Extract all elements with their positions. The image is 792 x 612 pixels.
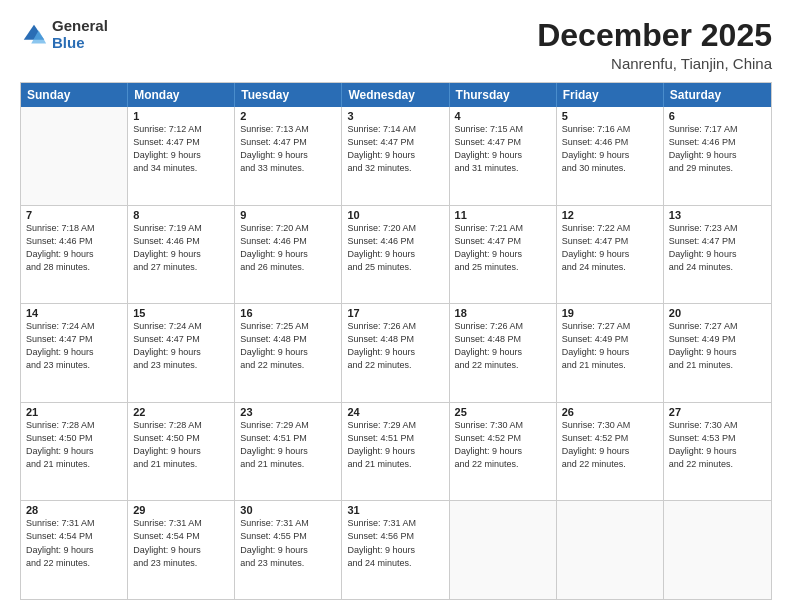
day-number: 12 bbox=[562, 209, 658, 221]
logo: General Blue bbox=[20, 18, 108, 51]
day-number: 31 bbox=[347, 504, 443, 516]
cell-line: Sunset: 4:56 PM bbox=[347, 530, 443, 543]
cell-line: and 26 minutes. bbox=[240, 261, 336, 274]
day-cell-8: 8Sunrise: 7:19 AMSunset: 4:46 PMDaylight… bbox=[128, 206, 235, 304]
cell-line: and 23 minutes. bbox=[240, 557, 336, 570]
day-number: 29 bbox=[133, 504, 229, 516]
cell-line: Daylight: 9 hours bbox=[240, 149, 336, 162]
calendar-row-3: 21Sunrise: 7:28 AMSunset: 4:50 PMDayligh… bbox=[21, 402, 771, 501]
cell-line: and 22 minutes. bbox=[455, 458, 551, 471]
day-number: 4 bbox=[455, 110, 551, 122]
day-cell-17: 17Sunrise: 7:26 AMSunset: 4:48 PMDayligh… bbox=[342, 304, 449, 402]
cell-line: Daylight: 9 hours bbox=[347, 149, 443, 162]
day-cell-26: 26Sunrise: 7:30 AMSunset: 4:52 PMDayligh… bbox=[557, 403, 664, 501]
cell-line: Sunset: 4:50 PM bbox=[133, 432, 229, 445]
calendar: SundayMondayTuesdayWednesdayThursdayFrid… bbox=[20, 82, 772, 600]
day-cell-31: 31Sunrise: 7:31 AMSunset: 4:56 PMDayligh… bbox=[342, 501, 449, 599]
page: General Blue December 2025 Nanrenfu, Tia… bbox=[0, 0, 792, 612]
day-number: 15 bbox=[133, 307, 229, 319]
cell-line: Daylight: 9 hours bbox=[562, 346, 658, 359]
cell-line: Sunset: 4:47 PM bbox=[133, 333, 229, 346]
cell-line: Sunrise: 7:31 AM bbox=[347, 517, 443, 530]
cell-line: Sunset: 4:50 PM bbox=[26, 432, 122, 445]
cell-line: Daylight: 9 hours bbox=[26, 248, 122, 261]
cell-line: Sunrise: 7:27 AM bbox=[669, 320, 766, 333]
header-day-saturday: Saturday bbox=[664, 83, 771, 107]
day-number: 1 bbox=[133, 110, 229, 122]
cell-line: Sunrise: 7:19 AM bbox=[133, 222, 229, 235]
cell-line: Sunset: 4:47 PM bbox=[669, 235, 766, 248]
cell-line: and 33 minutes. bbox=[240, 162, 336, 175]
day-number: 8 bbox=[133, 209, 229, 221]
day-number: 28 bbox=[26, 504, 122, 516]
cell-line: Daylight: 9 hours bbox=[455, 445, 551, 458]
cell-line: Sunrise: 7:16 AM bbox=[562, 123, 658, 136]
logo-blue: Blue bbox=[52, 35, 108, 52]
day-cell-5: 5Sunrise: 7:16 AMSunset: 4:46 PMDaylight… bbox=[557, 107, 664, 205]
cell-line: and 21 minutes. bbox=[669, 359, 766, 372]
cell-line: and 21 minutes. bbox=[26, 458, 122, 471]
day-number: 14 bbox=[26, 307, 122, 319]
cell-line: Sunrise: 7:17 AM bbox=[669, 123, 766, 136]
day-number: 21 bbox=[26, 406, 122, 418]
cell-line: Sunrise: 7:14 AM bbox=[347, 123, 443, 136]
cell-line: Daylight: 9 hours bbox=[240, 248, 336, 261]
day-cell-empty-4-5 bbox=[557, 501, 664, 599]
day-cell-1: 1Sunrise: 7:12 AMSunset: 4:47 PMDaylight… bbox=[128, 107, 235, 205]
cell-line: Sunset: 4:51 PM bbox=[240, 432, 336, 445]
day-cell-25: 25Sunrise: 7:30 AMSunset: 4:52 PMDayligh… bbox=[450, 403, 557, 501]
cell-line: Sunset: 4:47 PM bbox=[26, 333, 122, 346]
cell-line: Sunrise: 7:31 AM bbox=[133, 517, 229, 530]
cell-line: Sunrise: 7:31 AM bbox=[26, 517, 122, 530]
calendar-row-4: 28Sunrise: 7:31 AMSunset: 4:54 PMDayligh… bbox=[21, 500, 771, 599]
day-cell-19: 19Sunrise: 7:27 AMSunset: 4:49 PMDayligh… bbox=[557, 304, 664, 402]
cell-line: Sunset: 4:48 PM bbox=[455, 333, 551, 346]
cell-line: Daylight: 9 hours bbox=[455, 149, 551, 162]
day-cell-15: 15Sunrise: 7:24 AMSunset: 4:47 PMDayligh… bbox=[128, 304, 235, 402]
cell-line: Daylight: 9 hours bbox=[669, 149, 766, 162]
cell-line: Sunset: 4:54 PM bbox=[26, 530, 122, 543]
cell-line: and 24 minutes. bbox=[562, 261, 658, 274]
day-number: 22 bbox=[133, 406, 229, 418]
cell-line: Sunset: 4:51 PM bbox=[347, 432, 443, 445]
cell-line: Daylight: 9 hours bbox=[240, 346, 336, 359]
cell-line: and 29 minutes. bbox=[669, 162, 766, 175]
cell-line: Daylight: 9 hours bbox=[347, 248, 443, 261]
day-number: 30 bbox=[240, 504, 336, 516]
day-cell-16: 16Sunrise: 7:25 AMSunset: 4:48 PMDayligh… bbox=[235, 304, 342, 402]
day-cell-22: 22Sunrise: 7:28 AMSunset: 4:50 PMDayligh… bbox=[128, 403, 235, 501]
cell-line: Daylight: 9 hours bbox=[240, 445, 336, 458]
day-number: 16 bbox=[240, 307, 336, 319]
cell-line: and 31 minutes. bbox=[455, 162, 551, 175]
day-number: 9 bbox=[240, 209, 336, 221]
day-cell-10: 10Sunrise: 7:20 AMSunset: 4:46 PMDayligh… bbox=[342, 206, 449, 304]
day-number: 5 bbox=[562, 110, 658, 122]
cell-line: Sunset: 4:47 PM bbox=[455, 136, 551, 149]
cell-line: and 22 minutes. bbox=[26, 557, 122, 570]
cell-line: Sunrise: 7:18 AM bbox=[26, 222, 122, 235]
cell-line: Daylight: 9 hours bbox=[133, 346, 229, 359]
header-day-monday: Monday bbox=[128, 83, 235, 107]
cell-line: and 27 minutes. bbox=[133, 261, 229, 274]
cell-line: Daylight: 9 hours bbox=[240, 544, 336, 557]
cell-line: and 23 minutes. bbox=[133, 359, 229, 372]
cell-line: Sunrise: 7:23 AM bbox=[669, 222, 766, 235]
day-cell-20: 20Sunrise: 7:27 AMSunset: 4:49 PMDayligh… bbox=[664, 304, 771, 402]
cell-line: Sunrise: 7:30 AM bbox=[455, 419, 551, 432]
cell-line: and 24 minutes. bbox=[669, 261, 766, 274]
day-cell-6: 6Sunrise: 7:17 AMSunset: 4:46 PMDaylight… bbox=[664, 107, 771, 205]
day-number: 10 bbox=[347, 209, 443, 221]
day-number: 26 bbox=[562, 406, 658, 418]
cell-line: Sunset: 4:47 PM bbox=[133, 136, 229, 149]
cell-line: Daylight: 9 hours bbox=[455, 346, 551, 359]
cell-line: Sunrise: 7:24 AM bbox=[26, 320, 122, 333]
logo-icon bbox=[20, 21, 48, 49]
cell-line: Sunset: 4:49 PM bbox=[562, 333, 658, 346]
day-cell-2: 2Sunrise: 7:13 AMSunset: 4:47 PMDaylight… bbox=[235, 107, 342, 205]
day-cell-empty-4-6 bbox=[664, 501, 771, 599]
header-day-sunday: Sunday bbox=[21, 83, 128, 107]
cell-line: Sunset: 4:52 PM bbox=[562, 432, 658, 445]
cell-line: Sunrise: 7:20 AM bbox=[347, 222, 443, 235]
cell-line: Sunrise: 7:30 AM bbox=[669, 419, 766, 432]
day-cell-12: 12Sunrise: 7:22 AMSunset: 4:47 PMDayligh… bbox=[557, 206, 664, 304]
